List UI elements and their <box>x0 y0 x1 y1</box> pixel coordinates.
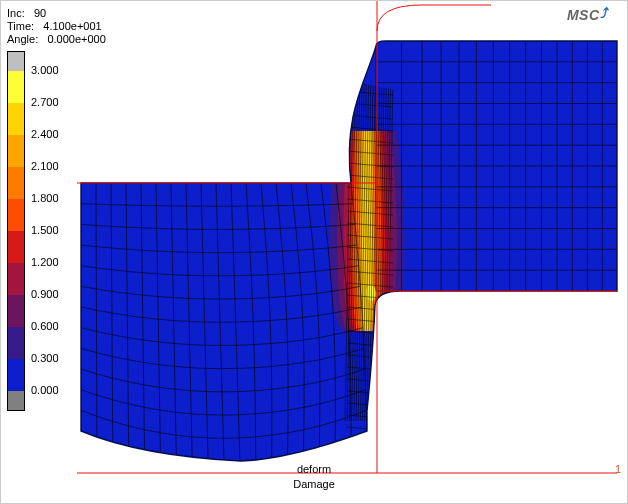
legend-seg <box>8 71 24 103</box>
legend-tick: 0.900 <box>31 288 59 300</box>
color-legend: 3.0002.7002.4002.1001.8001.5001.2000.900… <box>7 51 67 411</box>
legend-tick: 3.000 <box>31 64 59 76</box>
legend-tick: 0.000 <box>31 384 59 396</box>
legend-seg <box>8 103 24 135</box>
info-angle: Angle: 0.000e+000 <box>7 33 106 46</box>
info-inc-value: 90 <box>34 7 46 19</box>
info-angle-value: 0.000e+000 <box>47 33 105 45</box>
legend-seg <box>8 167 24 199</box>
legend-over-bottom <box>8 391 24 410</box>
caption-damage: Damage <box>1 478 627 490</box>
msc-swoosh-icon: ⤴ <box>600 5 608 21</box>
legend-tick: 2.100 <box>31 160 59 172</box>
legend-over-top <box>8 52 24 71</box>
legend-tick: 0.300 <box>31 352 59 364</box>
info-inc: Inc: 90 <box>7 7 106 20</box>
caption-deform: deform <box>1 463 627 475</box>
msc-logo: MSC⤴ <box>567 7 607 23</box>
info-inc-label: Inc: <box>7 7 25 19</box>
legend-seg <box>8 263 24 295</box>
legend-seg <box>8 327 24 359</box>
info-time-value: 4.100e+001 <box>43 20 101 32</box>
msc-logo-text: MSC <box>567 7 600 23</box>
corner-index: 1 <box>615 463 621 475</box>
info-time: Time: 4.100e+001 <box>7 20 106 33</box>
fea-contour-plot <box>1 1 628 504</box>
legend-tick: 2.700 <box>31 96 59 108</box>
info-block: Inc: 90 Time: 4.100e+001 Angle: 0.000e+0… <box>7 7 106 46</box>
legend-seg <box>8 295 24 327</box>
legend-tick: 0.600 <box>31 320 59 332</box>
info-time-label: Time: <box>7 20 34 32</box>
legend-tick: 1.200 <box>31 256 59 268</box>
viewport: Inc: 90 Time: 4.100e+001 Angle: 0.000e+0… <box>0 0 628 504</box>
legend-seg <box>8 231 24 263</box>
legend-seg <box>8 135 24 167</box>
legend-bar <box>7 51 25 411</box>
legend-seg <box>8 199 24 231</box>
legend-tick: 1.800 <box>31 192 59 204</box>
legend-seg <box>8 359 24 391</box>
legend-tick: 2.400 <box>31 128 59 140</box>
legend-tick: 1.500 <box>31 224 59 236</box>
info-angle-label: Angle: <box>7 33 38 45</box>
